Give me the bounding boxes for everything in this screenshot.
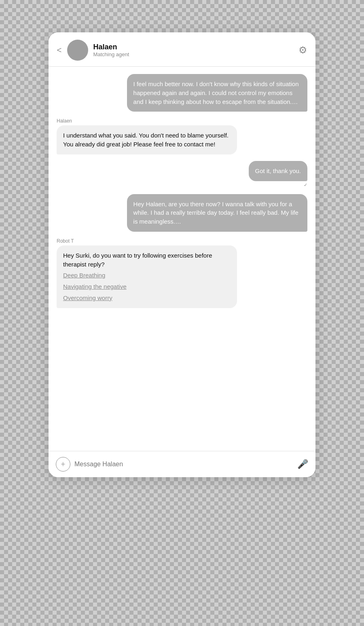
- back-button[interactable]: <: [57, 45, 61, 55]
- message-bubble: Got it, thank you.: [249, 161, 307, 181]
- exercise-link-overcoming[interactable]: Overcoming worry: [63, 294, 231, 302]
- message-checkmark: ✓: [304, 182, 307, 188]
- microphone-icon[interactable]: 🎤: [297, 459, 308, 470]
- add-button[interactable]: +: [56, 457, 70, 472]
- exercise-link-deep-breathing[interactable]: Deep Breathing: [63, 271, 231, 280]
- agent-subtitle: Matching agent: [93, 51, 298, 57]
- input-area: + 🎤: [49, 451, 315, 477]
- chat-area: I feel much better now. I don't know why…: [49, 67, 315, 451]
- message-row: Hey Halaen, are you there now? I wanna t…: [57, 194, 307, 232]
- message-bubble: I understand what you said. You don't ne…: [57, 125, 237, 154]
- header-info: Halaen Matching agent: [93, 43, 298, 57]
- message-bubble: I feel much better now. I don't know why…: [127, 74, 307, 112]
- chat-header: < Halaen Matching agent ⚙: [49, 32, 315, 67]
- message-row: I feel much better now. I don't know why…: [57, 74, 307, 112]
- message-bubble: Hey Surki, do you want to try following …: [57, 245, 237, 308]
- message-bubble: Hey Halaen, are you there now? I wanna t…: [127, 194, 307, 232]
- phone-container: < Halaen Matching agent ⚙ I feel much be…: [49, 32, 315, 477]
- sender-label: Robot T: [57, 238, 74, 244]
- exercise-link-navigating[interactable]: Navigating the negative: [63, 282, 231, 291]
- settings-icon[interactable]: ⚙: [298, 44, 307, 56]
- message-row: Robot T Hey Surki, do you want to try fo…: [57, 238, 307, 308]
- robot-message-text: Hey Surki, do you want to try following …: [63, 252, 212, 268]
- message-row: Halaen I understand what you said. You d…: [57, 118, 307, 154]
- avatar: [67, 40, 88, 61]
- message-row: Got it, thank you. ✓: [57, 161, 307, 188]
- sender-label: Halaen: [57, 118, 72, 124]
- message-input[interactable]: [74, 461, 293, 468]
- agent-name: Halaen: [93, 43, 298, 51]
